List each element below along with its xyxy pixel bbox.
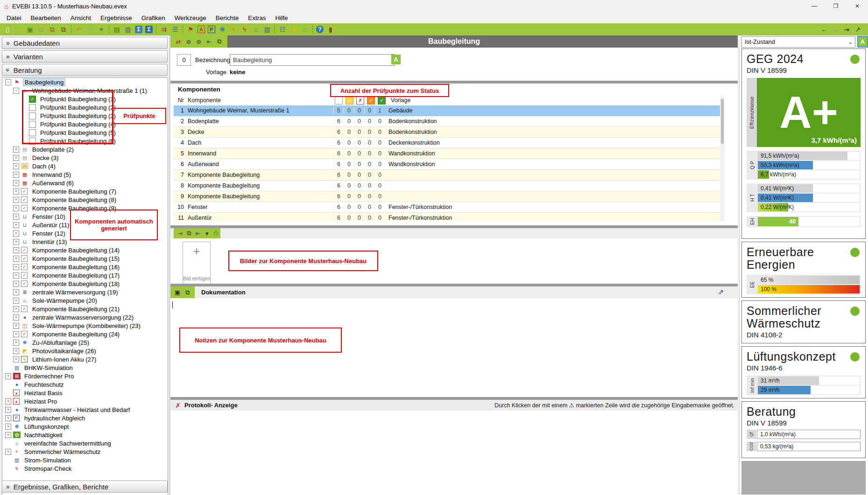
tree-item[interactable]: +✓Komponente Baubegleitung (16) <box>2 263 168 271</box>
report-icon[interactable]: ▤ <box>112 25 122 34</box>
tree-item[interactable]: ▥BHKW-Simulation <box>2 363 168 372</box>
expand-icon[interactable]: + <box>13 172 19 178</box>
menu-ergebnisse[interactable]: Ergebnisse <box>96 13 137 23</box>
undo-icon[interactable]: ↶ <box>74 25 84 34</box>
pruefpunkt-checkbox[interactable]: ✓ <box>29 96 36 103</box>
menu-hilfe[interactable]: Hilfe <box>271 13 293 23</box>
sommer-icon[interactable]: ☀ <box>228 25 239 34</box>
goto-icon[interactable]: ⇥ <box>841 25 852 34</box>
tree-item[interactable]: +▤Bodenplatte (2) <box>2 145 168 153</box>
expand-icon[interactable]: + <box>13 272 19 279</box>
pruefpunkt-checkbox[interactable] <box>29 121 36 128</box>
expand-icon[interactable]: + <box>13 214 19 220</box>
tree-item[interactable]: ⌂vereinfachte Sachwertermittlung <box>2 439 168 447</box>
tree-item[interactable]: +✓Komponente Baubegleitung (18) <box>2 279 168 288</box>
tree-item[interactable]: −⚑Baubegleitung <box>2 78 168 86</box>
paste-image-icon[interactable]: ⧉ <box>185 229 193 237</box>
sidebar-section-varianten[interactable]: » Varianten <box>2 50 168 63</box>
tree-item[interactable]: +✓Komponente Baubegleitung (21) <box>2 305 168 313</box>
hydraulik-icon[interactable]: P <box>208 26 215 33</box>
tree-item[interactable]: ●Feuchteschutz <box>2 380 168 389</box>
pruefpunkt-checkbox[interactable] <box>29 112 36 119</box>
sidebar-section-gebaeudedaten[interactable]: » Gebäudedaten <box>2 37 168 49</box>
dropdown-icon[interactable]: ▾ <box>203 229 211 237</box>
tree-item[interactable]: +❋Lüftungskonzept <box>2 422 168 431</box>
number-field[interactable]: 0 <box>177 54 191 66</box>
table-row[interactable]: 5Innenwand60000Wandkonstruktion <box>174 148 725 159</box>
maximize-button[interactable]: ❐ <box>825 0 847 12</box>
tree-item[interactable]: +▴Heizlast Pro <box>2 397 168 405</box>
tree-item[interactable]: +❋Zu-/Abluftanlage (25) <box>2 338 168 347</box>
open-editor-icon[interactable]: ⇗ <box>718 288 724 296</box>
help-icon[interactable]: ? <box>316 26 324 33</box>
menu-ansicht[interactable]: Ansicht <box>66 13 96 23</box>
expand-icon[interactable]: + <box>13 180 19 186</box>
chart-icon[interactable]: ↗ <box>853 25 863 34</box>
back-icon[interactable]: ← <box>819 25 829 34</box>
tree-item[interactable]: +▤Decke (3) <box>2 153 168 162</box>
strom-icon[interactable]: ϟ <box>240 25 250 34</box>
tree-item[interactable]: +☀Sommerlicher Wärmeschutz <box>2 447 168 456</box>
sidebar-section-beratung[interactable]: » Beratung <box>2 64 168 76</box>
expand-icon[interactable]: + <box>13 155 19 161</box>
expand-icon[interactable]: + <box>5 373 11 379</box>
expand-icon[interactable]: + <box>5 407 11 413</box>
protokoll-close-icon[interactable]: ✗ <box>174 402 182 409</box>
minimize-button[interactable]: — <box>804 0 825 12</box>
sidebar-section-ergebnisse[interactable]: » Ergebnisse, Grafiken, Berichte <box>2 481 168 493</box>
expand-icon[interactable]: + <box>13 205 19 211</box>
bhkw-icon[interactable]: ▥ <box>262 25 272 34</box>
collapse-icon[interactable]: − <box>5 79 11 85</box>
expand-icon[interactable]: + <box>13 230 19 237</box>
baubegleitung-flag-icon[interactable]: ⚑ <box>185 25 196 34</box>
tree-item[interactable]: ϟStromspar-Check <box>2 464 168 473</box>
copy-icon[interactable]: ⧉ <box>36 25 46 34</box>
expand-icon[interactable]: + <box>13 356 19 363</box>
redo-icon[interactable]: ↷ <box>85 25 95 34</box>
table-row[interactable]: 11Außentür60000Fenster-/Türkonstruktion <box>174 213 725 221</box>
expand-icon[interactable]: + <box>5 424 11 430</box>
tree-item[interactable]: +Phydraulischer Abgleich <box>2 414 168 422</box>
bild-einfuegen-button[interactable]: + Bild einfügen <box>183 242 211 285</box>
table-row[interactable]: 4Dach60000Deckenkonstruktion <box>174 138 725 148</box>
table-row[interactable]: 8Komponente Baubegleitung60000 <box>174 181 725 191</box>
variant-a-button[interactable]: A <box>857 36 868 48</box>
heizlast-icon[interactable]: A <box>198 26 205 33</box>
expand-icon[interactable]: + <box>5 449 11 455</box>
tree-item[interactable]: Prüfpunkt Baubegleitung (6) <box>2 137 168 145</box>
variant-select[interactable]: Ist-Zustand ⌄ <box>741 36 855 48</box>
door-icon[interactable]: ▮ <box>325 25 336 34</box>
text-template-button[interactable]: A <box>391 55 401 64</box>
tree-item[interactable]: +✓Komponente Baubegleitung (14) <box>2 246 168 254</box>
expand-icon[interactable]: + <box>13 264 19 270</box>
expand-icon[interactable]: + <box>13 331 19 337</box>
expand-icon[interactable]: + <box>13 306 19 312</box>
tree-item[interactable]: +◫Sole-Wärmepumpe (Kombibereiter) (23) <box>2 321 168 330</box>
add-image-icon[interactable]: ⇥ <box>176 229 184 237</box>
tree-item[interactable]: +♨Sole-Wärmepumpe (20) <box>2 296 168 305</box>
protokoll-icon[interactable]: ☷ <box>277 25 288 34</box>
expand-icon[interactable]: + <box>13 222 19 228</box>
calc-sigma2-icon[interactable]: Σ <box>145 26 153 33</box>
expand-icon[interactable]: + <box>13 323 19 329</box>
wizard-icon[interactable]: ✶ <box>96 25 106 34</box>
tree-item[interactable]: Prüfpunkt Baubegleitung (5) <box>2 128 168 137</box>
tree-item[interactable]: +✓Komponente Baubegleitung (7) <box>2 187 168 195</box>
tree-item[interactable]: +▦Außenwand (6) <box>2 179 168 187</box>
calc-sigma-icon[interactable]: Σ <box>135 26 142 33</box>
export-image-icon[interactable]: ⎙ <box>212 229 220 237</box>
forward-icon[interactable]: → <box>830 25 840 34</box>
table-scrollbar-thumb[interactable] <box>721 99 724 144</box>
pruefpunkt-checkbox[interactable] <box>29 138 36 145</box>
table-row[interactable]: 9Komponente Baubegleitung60000 <box>174 191 725 202</box>
tree-item[interactable]: +✓Komponente Baubegleitung (8) <box>2 195 168 204</box>
tree-item[interactable]: +✓Komponente Baubegleitung (24) <box>2 330 168 338</box>
tree-item[interactable]: +✓Komponente Baubegleitung (15) <box>2 254 168 263</box>
expand-icon[interactable]: + <box>5 415 11 421</box>
expand-icon[interactable]: + <box>13 188 19 195</box>
expand-icon[interactable]: + <box>13 340 19 346</box>
remove-image-icon[interactable]: ⇤ <box>194 229 202 237</box>
expand-icon[interactable]: + <box>13 197 19 203</box>
expand-icon[interactable]: + <box>13 247 19 253</box>
expand-icon[interactable]: + <box>13 298 19 304</box>
